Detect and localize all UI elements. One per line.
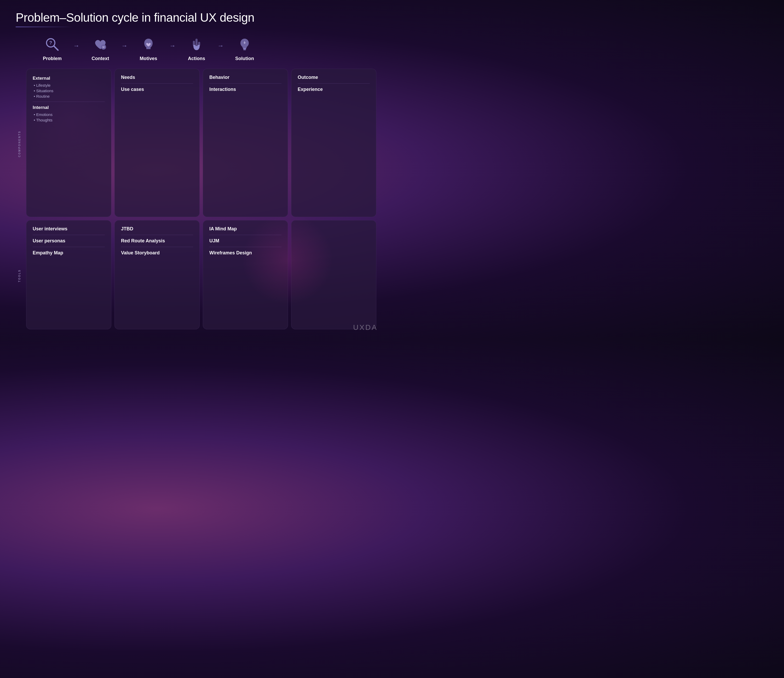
page-title: Problem–Solution cycle in financial UX d… — [16, 11, 376, 25]
tools-label: TOOLS — [18, 269, 21, 282]
context-tool-2: Empathy Map — [33, 250, 105, 256]
solution-comp-0: Outcome — [298, 75, 370, 80]
flow-label-solution: Solution — [235, 56, 254, 61]
motives-tools-card: JTBD Red Route Analysis Value Storyboard — [114, 220, 200, 330]
svg-rect-6 — [195, 39, 198, 46]
actions-tools-card: IA Mind Map UJM Wireframes Design — [203, 220, 288, 330]
solution-comp-1: Experience — [298, 87, 370, 92]
motives-tool-0: JTBD — [121, 226, 193, 232]
actions-comp-0: Behavior — [209, 75, 281, 80]
svg-rect-9 — [243, 48, 246, 49]
divider-mt1 — [121, 247, 193, 247]
internal-item-1: • Thoughts — [33, 118, 105, 122]
divider-a0 — [209, 83, 281, 84]
flow-item-solution: Solution — [224, 35, 265, 61]
svg-text:?: ? — [49, 40, 52, 45]
divider-s0 — [298, 83, 370, 84]
svg-rect-10 — [243, 49, 246, 50]
flow-label-context: Context — [92, 56, 109, 61]
svg-point-4 — [103, 46, 103, 47]
svg-point-5 — [104, 46, 104, 47]
svg-rect-8 — [198, 42, 200, 46]
motives-components-card: Needs Use cases — [114, 69, 200, 217]
page: Problem–Solution cycle in financial UX d… — [0, 0, 392, 339]
divider-at1 — [209, 247, 281, 247]
svg-point-3 — [101, 44, 106, 50]
context-components-card: External • Lifestyle • Situations • Rout… — [26, 69, 111, 217]
arrow-2: → — [121, 42, 128, 49]
arrow-3: → — [169, 42, 176, 49]
watermark: UXDA — [353, 323, 378, 332]
arrow-1: → — [73, 42, 79, 49]
motives-comp-0: Needs — [121, 75, 193, 80]
flow-label-motives: Motives — [140, 56, 157, 61]
external-item-2: • Routine — [33, 94, 105, 98]
divider-t1 — [33, 247, 105, 247]
svg-line-1 — [54, 46, 58, 50]
flow-row: ? Problem → Context → — [16, 35, 376, 61]
external-item-1: • Situations — [33, 89, 105, 93]
motives-comp-1: Use cases — [121, 87, 193, 92]
actions-components-card: Behavior Interactions — [203, 69, 288, 217]
solution-components-card: Outcome Experience — [291, 69, 376, 217]
flow-label-problem: Problem — [43, 56, 62, 61]
internal-title: Internal — [33, 105, 105, 110]
flow-item-context: Context — [79, 35, 121, 61]
flow-item-actions: Actions — [176, 35, 217, 61]
actions-tool-1: UJM — [209, 238, 281, 244]
motives-icon — [139, 35, 158, 54]
arrow-4: → — [217, 42, 224, 49]
internal-item-0: • Emotions — [33, 112, 105, 117]
actions-tool-2: Wireframes Design — [209, 250, 281, 256]
actions-tool-0: IA Mind Map — [209, 226, 281, 232]
context-icon — [91, 35, 110, 54]
problem-icon: ? — [43, 35, 62, 54]
solution-icon — [235, 35, 254, 54]
actions-icon — [187, 35, 206, 54]
external-title: External — [33, 76, 105, 81]
external-item-0: • Lifestyle — [33, 83, 105, 87]
context-tool-1: User personas — [33, 238, 105, 244]
flow-item-problem: ? Problem — [31, 35, 73, 61]
flow-label-actions: Actions — [188, 56, 205, 61]
components-label: COMPONENTS — [18, 131, 21, 157]
divider-m0 — [121, 83, 193, 84]
motives-tool-2: Value Storyboard — [121, 250, 193, 256]
motives-tool-1: Red Route Analysis — [121, 238, 193, 244]
title-underline — [16, 26, 73, 27]
flow-item-motives: Motives — [128, 35, 169, 61]
actions-comp-1: Interactions — [209, 87, 281, 92]
context-tools-card: User interviews User personas Empathy Ma… — [26, 220, 111, 330]
solution-tools-card — [291, 220, 376, 330]
context-tool-0: User interviews — [33, 226, 105, 232]
